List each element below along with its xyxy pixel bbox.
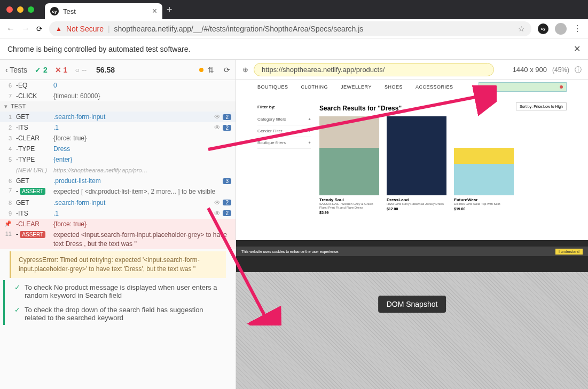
browser-tab[interactable]: cy Test × bbox=[45, 3, 162, 19]
bookmark-icon[interactable]: ☆ bbox=[518, 25, 525, 33]
automation-message: Chrome is being controlled by automated … bbox=[7, 45, 190, 53]
command-row[interactable]: 3-CLEAR{force: true} bbox=[0, 133, 236, 144]
eye-icon: 👁 bbox=[214, 113, 221, 121]
command-row[interactable]: 7- ASSERTexpected [ <div.product-list-it… bbox=[0, 186, 236, 197]
app-preview: BOUTIQUES CLOTHING JEWELLERY SHOES ACCES… bbox=[236, 80, 588, 272]
snapshot-area: DOM Snapshot bbox=[236, 272, 588, 389]
command-row[interactable]: 5-TYPE{enter} bbox=[0, 154, 236, 165]
error-message: CypressError: Timed out retrying: expect… bbox=[10, 251, 226, 278]
failed-count: ✕ 1 bbox=[55, 66, 68, 74]
url-text: shopthearea.netlify.app/__/#/tests/integ… bbox=[114, 25, 364, 33]
cookie-accept-button[interactable]: I understand bbox=[555, 249, 583, 255]
command-row[interactable]: 6GET.product-list-item3 bbox=[0, 176, 236, 186]
test-header[interactable]: ▾TEST bbox=[0, 101, 236, 112]
nav-link[interactable]: CLOTHING bbox=[301, 84, 328, 90]
viewport-size: 1440 x 900 bbox=[513, 66, 547, 74]
command-row[interactable]: 2-ITS.1👁2 bbox=[0, 122, 236, 133]
info-icon[interactable]: ⓘ bbox=[575, 65, 582, 75]
new-tab-button[interactable]: + bbox=[167, 4, 173, 15]
tab-title: Test bbox=[63, 7, 76, 15]
cookie-message: This website uses cookies to enhance the… bbox=[241, 250, 339, 253]
nav-link[interactable]: SHOES bbox=[385, 84, 403, 90]
filter-row[interactable]: Category filters+ bbox=[257, 114, 311, 125]
command-row[interactable]: 4-TYPEDress bbox=[0, 144, 236, 154]
reload-button[interactable]: ⟳ bbox=[36, 25, 43, 33]
command-row[interactable]: 7-CLICK{timeout: 60000} bbox=[0, 91, 236, 101]
product-image bbox=[387, 116, 446, 195]
pin-icon: 📌 bbox=[4, 220, 12, 227]
nav-link[interactable]: BOUTIQUES bbox=[257, 84, 288, 90]
product-image bbox=[454, 116, 514, 195]
sort-dropdown[interactable]: Sort by: Price:Low to High bbox=[516, 102, 567, 110]
nav-link[interactable]: JEWELLERY bbox=[341, 84, 372, 90]
warning-icon: ▲ bbox=[56, 25, 62, 33]
cypress-extension-icon[interactable]: cy bbox=[538, 23, 548, 34]
forward-button[interactable]: → bbox=[21, 24, 30, 34]
filters-panel: Filter by: Category filters+ Gender Filt… bbox=[257, 105, 311, 215]
filter-title: Filter by: bbox=[257, 105, 311, 109]
minimize-window-icon[interactable] bbox=[17, 6, 23, 13]
command-row-failed[interactable]: 📌-CLEAR{force: true} bbox=[0, 219, 236, 229]
command-row[interactable]: 1GET.search-form-input👁2 bbox=[0, 112, 236, 122]
preview-url[interactable]: https://shopthearea.netlify.app/products… bbox=[254, 63, 494, 76]
back-button[interactable]: ← bbox=[6, 24, 15, 34]
dismiss-infobar-icon[interactable]: ✕ bbox=[574, 44, 581, 54]
dom-snapshot-badge: DOM Snapshot bbox=[378, 296, 446, 313]
passed-test[interactable]: ✓To check the drop down of the search fi… bbox=[3, 303, 236, 325]
product-card[interactable]: FutureWearLilPicks Girls Solid Top with … bbox=[454, 116, 514, 215]
check-icon: ✓ bbox=[14, 306, 20, 322]
viewport-scale: (45%) bbox=[552, 66, 569, 74]
command-row[interactable]: (NEW URL)https://shopthearea.netlify.app… bbox=[0, 165, 236, 176]
command-log: 6-EQ0 7-CLICK{timeout: 60000} ▾TEST 1GET… bbox=[0, 80, 236, 389]
passed-count: ✓ 2 bbox=[35, 66, 48, 74]
browser-menu-icon[interactable]: ⋮ bbox=[573, 23, 582, 34]
cypress-icon: cy bbox=[50, 7, 59, 15]
not-secure-label: Not Secure bbox=[66, 25, 104, 33]
command-row[interactable]: 8GET.search-form-input👁2 bbox=[0, 197, 236, 208]
back-to-tests-button[interactable]: ‹ Tests bbox=[5, 66, 27, 74]
product-image bbox=[319, 116, 379, 195]
close-window-icon[interactable] bbox=[6, 6, 13, 13]
check-icon: ✓ bbox=[14, 283, 20, 299]
pending-count: ○ -- bbox=[75, 66, 87, 74]
selector-playground-icon[interactable]: ⊕ bbox=[242, 66, 248, 74]
product-card[interactable]: DressLandH&M Girls Navy Patterned Jersey… bbox=[387, 116, 446, 215]
status-indicator bbox=[199, 68, 203, 72]
product-card[interactable]: Trendy SoulSASSAFRAS - Women Grey & Gree… bbox=[319, 116, 379, 215]
maximize-window-icon[interactable] bbox=[28, 6, 34, 13]
window-controls[interactable] bbox=[6, 6, 34, 13]
expand-icon[interactable]: ⇅ bbox=[208, 66, 214, 74]
duration: 56.58 bbox=[96, 66, 115, 74]
command-row[interactable]: 6-EQ0 bbox=[0, 80, 236, 91]
command-row[interactable]: 9-ITS.1👁2 bbox=[0, 208, 236, 219]
nav-link[interactable]: ACCESSORIES bbox=[415, 84, 453, 90]
command-row-failed[interactable]: 11- ASSERTexpected <input.search-form-in… bbox=[0, 229, 236, 250]
clear-icon bbox=[560, 85, 563, 89]
address-bar[interactable]: ▲ Not Secure | shopthearea.netlify.app/_… bbox=[49, 21, 531, 36]
profile-avatar[interactable] bbox=[555, 23, 567, 35]
search-input[interactable]: Search bbox=[479, 82, 567, 92]
close-tab-icon[interactable]: × bbox=[152, 6, 157, 16]
rerun-button[interactable]: ⟳ bbox=[224, 66, 230, 74]
filter-row[interactable]: Gender Filter+ bbox=[257, 125, 311, 137]
filter-row[interactable]: Boutique filters+ bbox=[257, 137, 311, 149]
passed-test[interactable]: ✓To check No product message is displaye… bbox=[3, 280, 236, 303]
